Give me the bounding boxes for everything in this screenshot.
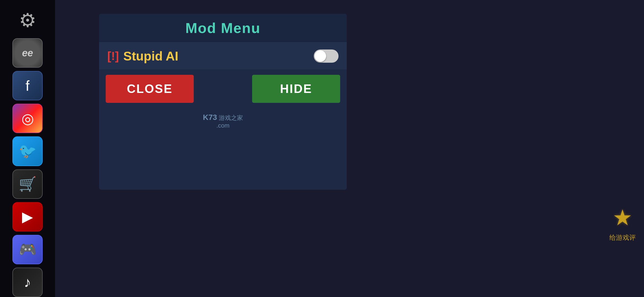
watermark: K73 游戏之家 .com [203,113,243,129]
mod-menu-header: Mod Menu [99,14,347,43]
discord-icon[interactable]: 🎮 [12,235,43,264]
instagram-icon[interactable]: ◎ [12,104,43,133]
star-label: 给游戏评 [609,233,636,242]
watermark-suffix: 游戏之家 [219,114,243,121]
settings-icon[interactable]: ⚙ [12,6,43,35]
mod-menu-title: Mod Menu [185,20,260,36]
tiktok-icon[interactable]: ♪ [12,268,43,297]
mod-item-row: [!] Stupid AI [99,43,347,70]
youtube-icon[interactable]: ▶ [12,202,43,232]
watermark-brand: K73 [203,113,217,122]
star-rating[interactable]: ★ 给游戏评 [609,205,636,242]
mod-name: Stupid AI [123,49,178,64]
twitter-icon[interactable]: 🐦 [12,136,43,166]
stupid-ai-toggle[interactable] [314,50,339,63]
facebook-icon[interactable]: f [12,71,43,100]
toggle-knob [315,50,326,62]
hide-button[interactable]: HIDE [252,75,340,103]
mod-item-label: [!] Stupid AI [107,49,178,64]
avatar-label: ee [22,47,33,59]
mod-menu-panel: Mod Menu [!] Stupid AI CLOSE HIDE K73 游戏… [99,14,347,190]
shop-icon[interactable]: 🛒 [12,169,43,199]
close-button[interactable]: CLOSE [106,75,194,103]
mod-buttons-row: CLOSE HIDE [99,70,347,108]
sidebar: ⚙ ee f ◎ 🐦 🛒 ▶ 🎮 ♪ [0,0,55,297]
warning-symbol: [!] [107,50,119,63]
watermark-domain: .com [203,122,243,129]
user-avatar[interactable]: ee [12,38,43,68]
star-icon: ★ [613,205,632,230]
